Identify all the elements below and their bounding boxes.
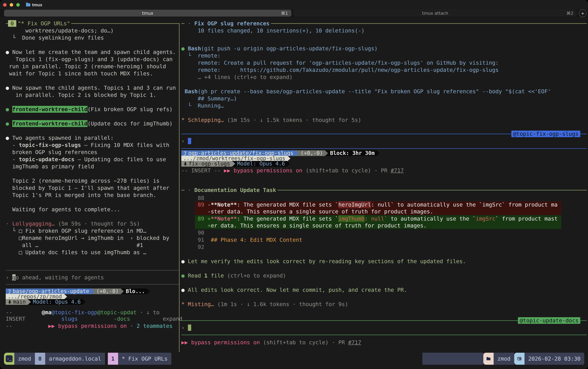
- pr-link[interactable]: #717: [348, 339, 361, 346]
- terminal-text: [130, 315, 163, 322]
- terminal-row: remote: https://github.com/Takazudo/zmod…: [181, 67, 587, 73]
- powerline-arrow: [91, 288, 94, 294]
- terminal-text: 88: [181, 195, 204, 201]
- powerline-arrow: [64, 294, 67, 299]
- pane-divider[interactable]: [179, 23, 180, 352]
- terminal-text: All edits look correct. Now let me commi…: [188, 287, 407, 293]
- terminal-text: Bash: [185, 88, 198, 95]
- terminal-text: Topics 1 (fix-ogp-slugs) and 3 (update-d…: [6, 56, 172, 63]
- new-tab-button[interactable]: +: [579, 10, 587, 17]
- terminal-text: ▶▶: [48, 323, 58, 329]
- tree-icon: [8, 299, 12, 304]
- terminal-text: -docs: [114, 315, 130, 322]
- terminal-text: [181, 201, 198, 208]
- terminal-text: (Update docs for imgThumb): [88, 120, 172, 127]
- terminal-text: -: [207, 201, 211, 208]
- terminal-text: — Fixing 10 MDX files with: [81, 142, 169, 148]
- terminal-text: +: [207, 215, 211, 222]
- border-line: [6, 270, 179, 270]
- terminal-text: to automatically use the: [387, 215, 472, 222]
- terminal-text: heroImgUrl: [338, 201, 371, 208]
- terminal-text: all … #1: [6, 242, 143, 249]
- terminal-text: · ↓ to: [137, 309, 159, 316]
- prompt-input-text[interactable]: o ahead, waiting for agents: [16, 274, 104, 281]
- right-pane-child-agents[interactable]: · Fix OGP slug references 10 files chang…: [181, 17, 587, 353]
- left-pane-main-agent[interactable]: 0"* Fix OGP URLs" worktrees/update-docs;…: [6, 17, 179, 353]
- prompt-chevron[interactable]: ›: [181, 324, 188, 331]
- terminal-text: `: [335, 215, 338, 222]
- terminal-area: 0"* Fix OGP URLs" worktrees/update-docs;…: [0, 17, 588, 353]
- terminal-text: 2 teammates: [137, 323, 172, 329]
- border-line: [71, 23, 179, 24]
- terminal-text: *: [181, 301, 188, 308]
- terminal-text: bypass permissions on: [58, 323, 127, 329]
- tree-icon: [183, 161, 187, 166]
- tab-bar: tmux ⌘1 tmux attach ⌘2 +: [0, 10, 588, 17]
- minimize-window-icon[interactable]: [10, 3, 13, 7]
- terminal-row: □ Update doc files to use imgThumb as …: [6, 249, 179, 256]
- zoom-window-icon[interactable]: [16, 3, 20, 7]
- terminal-text: : The generated MDX file sets `: [237, 201, 338, 208]
- tmux-status-bar: ›_ zmod 0 armageddon.local 1 * Fix OGP U…: [0, 353, 588, 365]
- terminal-text: ·: [184, 187, 194, 194]
- prompt-chevron[interactable]: ›: [6, 274, 12, 281]
- terminal-text: 10 files changed, 10 insertions(+), 10 d…: [181, 27, 365, 34]
- terminal-row: Topic 1's PR is merged into the base bra…: [6, 192, 179, 198]
- worktree-icon: [183, 151, 187, 156]
- terminal-text: Waiting for agents to complete...: [6, 206, 120, 213]
- terminal-text: **Note**: [211, 201, 237, 208]
- terminal-text: 1: [204, 272, 207, 279]
- model-chip: Model: Opus 4.6: [31, 299, 83, 305]
- terminal-text: in parallel. Topic 2 is blocked by Topic…: [6, 92, 156, 98]
- window-titlebar: tmux: [0, 0, 588, 10]
- terminal-text: `: [495, 215, 499, 222]
- window-0-name[interactable]: armageddon.local: [45, 353, 105, 365]
- terminal-text: Schlepping…: [188, 117, 227, 123]
- terminal-text: ●: [6, 106, 12, 113]
- border-line: [580, 320, 587, 321]
- terminal-row: ● Now spawn the child agents. Topics 1 a…: [6, 84, 179, 91]
- terminal-row: INSERT slugs -docs expand: [6, 315, 179, 322]
- terminal-text: [181, 222, 207, 229]
- text-cursor[interactable]: [188, 325, 191, 331]
- diffstat-chip: (+0,-0): [94, 288, 121, 294]
- terminal-row: imgThumb as primary field: [6, 163, 179, 170]
- status-left: ›_ zmod 0 armageddon.local 1 * Fix OGP U…: [4, 353, 171, 365]
- terminal-row: Topics 1 (fix-ogp-slugs) and 3 (update-d…: [6, 56, 179, 63]
- window-0-index[interactable]: 0: [35, 353, 45, 365]
- tab-tmux-attach[interactable]: tmux attach ⌘2: [294, 10, 577, 17]
- terminal-text: [181, 215, 198, 222]
- worktree-chip: fix-ogp-slugs: [181, 161, 232, 167]
- terminal-text: frontend-worktree-child: [12, 106, 88, 113]
- terminal-row: ›: [181, 138, 587, 144]
- window-1-index[interactable]: 1: [108, 353, 118, 365]
- pr-link[interactable]: #717: [391, 167, 404, 174]
- text-cursor[interactable]: g: [12, 274, 16, 281]
- prompt-chevron[interactable]: ›: [181, 138, 188, 144]
- tab-tmux[interactable]: tmux ⌘1: [4, 10, 291, 17]
- terminal-row: in parallel. Topic 2 is blocked by Topic…: [6, 92, 179, 98]
- text-cursor[interactable]: [188, 138, 191, 144]
- terminal-text: ·: [6, 220, 12, 227]
- terminal-text: (ctrl+o to expand): [227, 272, 286, 279]
- terminal-text: : null` to automatically use the `imgSrc…: [371, 201, 558, 208]
- close-window-icon[interactable]: [3, 3, 7, 7]
- terminal-row: Topic 2 (rename-heroimg across ~278 file…: [6, 177, 179, 184]
- worktree-chip: main: [6, 299, 28, 305]
- terminal-text: -- INSERT --: [181, 167, 224, 174]
- terminal-row: wait for Topic 1 since both touch MDX fi…: [6, 70, 179, 77]
- window-1-name[interactable]: * Fix OGP URLs: [118, 353, 171, 365]
- terminal-row: · Documentation Update Task: [181, 187, 587, 194]
- terminal-text: Two agents spawned in parallel:: [12, 134, 114, 141]
- border-line: [6, 23, 8, 24]
- terminal-text: └ Running…: [181, 102, 224, 109]
- terminal-row: [181, 331, 587, 338]
- terminal-text: (shift+tab to cycle) · PR: [260, 339, 348, 346]
- border-line: [278, 190, 587, 190]
- terminal-text: slugs: [61, 315, 78, 322]
- powerline-arrow: [287, 156, 290, 161]
- terminal-text: Let me verify the edits look correct by …: [188, 258, 466, 265]
- terminal-text: INSERT: [6, 315, 61, 322]
- terminal-text: Documentation Update Task: [194, 187, 276, 194]
- calendar-clock-icon: [514, 353, 525, 365]
